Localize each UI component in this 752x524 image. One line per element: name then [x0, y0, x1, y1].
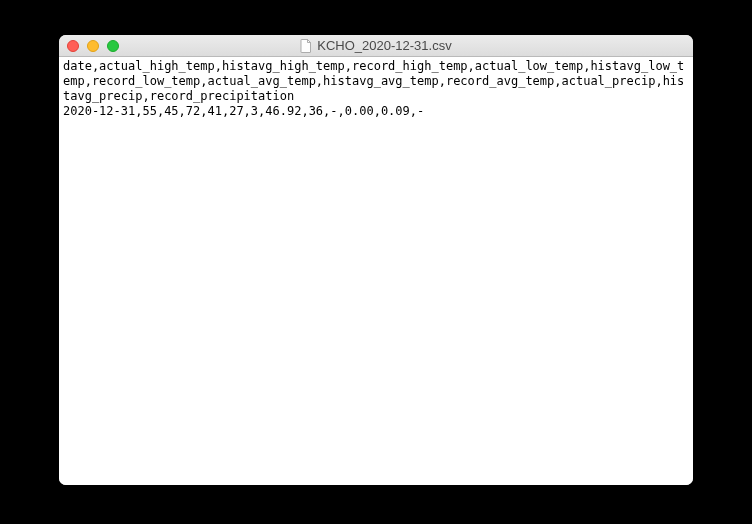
window-controls: [59, 40, 119, 52]
document-icon: [300, 39, 312, 53]
file-content[interactable]: date,actual_high_temp,histavg_high_temp,…: [59, 57, 693, 485]
window-title: KCHO_2020-12-31.csv: [317, 38, 451, 53]
window-titlebar[interactable]: KCHO_2020-12-31.csv: [59, 35, 693, 57]
zoom-button[interactable]: [107, 40, 119, 52]
minimize-button[interactable]: [87, 40, 99, 52]
title-wrap: KCHO_2020-12-31.csv: [59, 38, 693, 53]
close-button[interactable]: [67, 40, 79, 52]
text-editor-window: KCHO_2020-12-31.csv date,actual_high_tem…: [59, 35, 693, 485]
